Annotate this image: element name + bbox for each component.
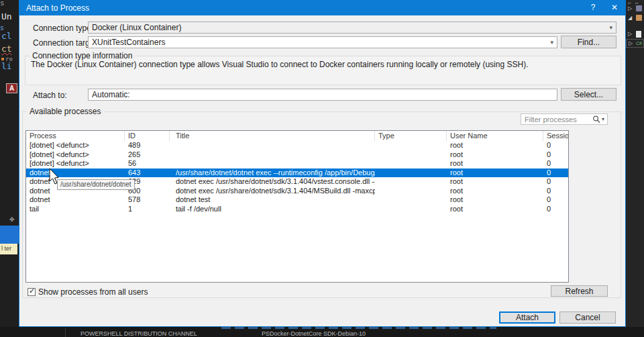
- column-header-process[interactable]: Process: [26, 131, 125, 141]
- cell-title: dotnet test: [170, 195, 375, 205]
- dialog-title: Attach to Process: [19, 3, 582, 13]
- expand-arrow-icon[interactable]: ▷: [628, 30, 632, 38]
- cell-user: root: [447, 141, 543, 150]
- cell-process: tail: [26, 205, 125, 214]
- search-icon[interactable]: [592, 115, 601, 124]
- dialog-titlebar[interactable]: Attach to Process ? ✕: [19, 1, 625, 15]
- show-all-users-label: Show processes from all users: [36, 287, 148, 297]
- cell-type: [375, 141, 447, 150]
- expand-arrow-icon[interactable]: ▷: [628, 5, 632, 13]
- attach-button[interactable]: Attach: [499, 311, 555, 324]
- filter-processes-box[interactable]: ▾: [521, 113, 608, 125]
- column-header-type[interactable]: Type: [375, 131, 447, 141]
- cell-process: dotnet: [26, 195, 125, 205]
- tree-row[interactable]: ▷: [626, 30, 644, 39]
- connection-type-dropdown[interactable]: Docker (Linux Container) ▾: [88, 21, 616, 34]
- cell-process: [dotnet] <defunct>: [26, 150, 125, 160]
- cell-title: tail -f /dev/null: [170, 205, 375, 214]
- cell-user: root: [447, 187, 543, 196]
- cell-user: root: [447, 150, 543, 160]
- show-all-users-checkbox[interactable]: ✓: [28, 288, 36, 296]
- cell-session: 0: [543, 187, 568, 196]
- cell-type: [375, 159, 447, 168]
- column-header-title[interactable]: Title: [170, 131, 375, 141]
- process-path-tooltip: /usr/share/dotnet/dotnet: [57, 179, 135, 190]
- attach-to-input[interactable]: Automatic:: [88, 89, 557, 101]
- connection-info-group: Connection type information The Docker (…: [25, 56, 621, 85]
- cell-session: 0: [543, 150, 568, 160]
- checkmark-icon: ✓: [29, 287, 35, 295]
- column-header-user-name[interactable]: User Name: [447, 131, 543, 141]
- tree-row[interactable]: ▷: [626, 5, 644, 13]
- error-badge-icon: A: [6, 83, 17, 93]
- env-var-name: POWERSHELL DISTRIBUTION CHANNEL: [80, 330, 197, 337]
- process-table-body: [dotnet] <defunct>489root0[dotnet] <defu…: [26, 141, 568, 213]
- cell-user: root: [447, 205, 543, 214]
- cell-session: 0: [543, 168, 568, 178]
- table-row[interactable]: dotnet643/usr/share/dotnet/dotnet exec -…: [26, 168, 568, 178]
- table-row[interactable]: dotnet578dotnet testroot0: [26, 195, 568, 205]
- cell-title: [170, 141, 375, 150]
- cell-type: [375, 150, 447, 160]
- terminal-background-bottom: POWERSHELL DISTRIBUTION CHANNEL PSDocker…: [0, 327, 644, 337]
- chevron-down-icon: ▾: [609, 22, 612, 33]
- code-fragment: s: [0, 0, 5, 7]
- table-row[interactable]: [dotnet] <defunct>265root0: [26, 150, 568, 160]
- attach-to-value: Automatic:: [92, 90, 130, 99]
- code-fragment: cl: [1, 31, 12, 41]
- column-header-id[interactable]: ID: [125, 131, 170, 141]
- divider: [65, 328, 66, 337]
- table-row[interactable]: tail1tail -f /dev/nullroot0: [26, 205, 568, 214]
- code-fragment: Un: [1, 11, 12, 21]
- cell-id: 1: [125, 205, 170, 214]
- editor-background-left: s Un s cl ct re li A ✤ l ter: [0, 0, 19, 337]
- find-button[interactable]: Find...: [561, 36, 616, 48]
- cell-title: dotnet exec /usr/share/dotnet/sdk/3.1.40…: [170, 177, 375, 187]
- cell-user: root: [447, 177, 543, 187]
- tree-row-selected[interactable]: ▷ C#: [626, 39, 644, 48]
- chevron-down-icon: ▾: [550, 37, 553, 48]
- breakpoint-dot-icon: [1, 58, 4, 60]
- cell-user: root: [447, 195, 543, 205]
- env-var-value: PSDocker-DotnetCore SDK-Debian-10: [262, 330, 366, 337]
- table-row[interactable]: [dotnet] <defunct>56root0: [26, 159, 568, 168]
- tooltip-fragment: l ter: [0, 244, 17, 254]
- cancel-button[interactable]: Cancel: [559, 311, 616, 324]
- filter-dropdown-icon[interactable]: ▾: [601, 116, 607, 122]
- process-table-header[interactable]: ProcessIDTitleTypeUser NameSession: [26, 131, 568, 141]
- cell-type: [375, 195, 447, 205]
- cell-process: dotnet: [26, 168, 125, 178]
- cell-session: 0: [543, 177, 568, 187]
- solution-explorer-edge: ⌐ ⌐ ▷ ◢ ▷ ▷ C#: [626, 0, 644, 337]
- expand-arrow-icon[interactable]: ▷: [629, 40, 633, 48]
- cell-type: [375, 205, 447, 214]
- select-button[interactable]: Select...: [561, 88, 616, 101]
- help-icon[interactable]: ?: [582, 1, 604, 15]
- folder-icon: [636, 15, 642, 21]
- cell-process: [dotnet] <defunct>: [26, 141, 125, 150]
- connection-type-label: Connection type:: [33, 23, 93, 33]
- expanded-arrow-icon[interactable]: ◢: [628, 14, 632, 22]
- table-row[interactable]: [dotnet] <defunct>489root0: [26, 141, 568, 150]
- code-fragment: ct: [1, 44, 12, 54]
- refresh-button[interactable]: Refresh: [551, 285, 608, 297]
- connection-target-dropdown[interactable]: XUnitTestContainers ▾: [88, 36, 557, 48]
- close-icon[interactable]: ✕: [604, 1, 625, 15]
- available-processes-group-label: Available processes: [27, 107, 104, 116]
- connection-target-value: XUnitTestContainers: [92, 38, 165, 47]
- cell-id: 265: [125, 150, 170, 160]
- cell-title: /usr/share/dotnet/dotnet exec --runtimec…: [170, 168, 375, 178]
- show-all-users-row[interactable]: ✓ Show processes from all users: [28, 287, 148, 297]
- cell-user: root: [447, 168, 543, 178]
- small-gray-icon: ✤: [9, 216, 15, 223]
- cell-session: 0: [543, 195, 568, 205]
- connection-info-text: The Docker (Linux Container) connection …: [31, 60, 528, 69]
- cell-title: [170, 150, 375, 160]
- tree-row[interactable]: ◢: [626, 14, 644, 23]
- column-header-session[interactable]: Session: [543, 131, 568, 141]
- file-icon: [636, 31, 641, 38]
- cell-id: 56: [125, 159, 170, 168]
- filter-processes-input[interactable]: [521, 115, 592, 124]
- cell-id: 578: [125, 195, 170, 205]
- connection-info-group-label: Connection type information: [30, 51, 135, 60]
